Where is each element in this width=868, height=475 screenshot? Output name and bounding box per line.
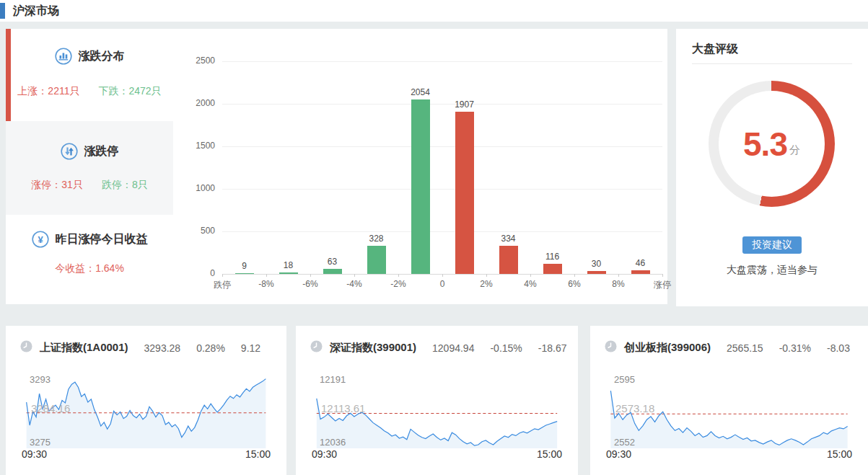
y-axis-tick-label: 500 — [175, 226, 215, 236]
index-header: 深证指数(399001) 12094.94 -0.15% -18.67 — [310, 340, 567, 355]
divider — [692, 63, 852, 64]
index-change-percent: -0.31% — [779, 342, 811, 354]
section-title: 昨日涨停今日收益 — [56, 232, 148, 247]
section-accent-strip — [6, 29, 11, 121]
x-axis-tick-label: -2% — [390, 279, 405, 289]
gridline — [222, 231, 662, 232]
market-dashboard: 沪深市场 涨跌分布 — [0, 0, 868, 475]
x-end-label: 15:00 — [827, 448, 852, 460]
bar — [367, 246, 386, 274]
y-max-label: 2595 — [614, 374, 635, 385]
y-max-label: 3293 — [30, 374, 51, 385]
index-price: 2565.15 — [727, 342, 763, 354]
index-header: 创业板指(399006) 2565.15 -0.31% -8.03 — [605, 340, 850, 355]
bar — [543, 264, 562, 274]
gridline — [222, 104, 662, 105]
bar-value-label: 116 — [545, 252, 559, 262]
x-axis-tick — [618, 274, 619, 277]
x-axis-tick — [662, 274, 663, 277]
bar-value-label: 2054 — [411, 87, 430, 97]
limit-up-count-text: 涨停：31只 — [31, 179, 83, 192]
bar-value-label: 9 — [242, 261, 247, 271]
yuan-icon: ¥ — [32, 231, 49, 248]
x-axis-tick-label: 4% — [524, 279, 536, 289]
bar-value-label: 30 — [592, 259, 601, 269]
bar — [279, 272, 298, 274]
y-min-label: 12036 — [320, 437, 346, 448]
section-title: 涨跌停 — [84, 144, 119, 159]
bar-value-label: 18 — [284, 260, 293, 270]
x-axis-tick — [354, 274, 355, 277]
x-end-label: 15:00 — [537, 448, 562, 460]
gridline — [222, 61, 662, 62]
header-accent-bar — [0, 3, 5, 19]
y-axis-tick-label: 1500 — [175, 141, 215, 151]
stats-section-yesterday-limit-return: ¥ 昨日涨停今日收益 今收益：1.64% — [6, 215, 173, 304]
x-start-label: 09:30 — [606, 448, 631, 460]
x-axis-tick — [530, 274, 531, 277]
bar — [235, 273, 254, 274]
gridline — [222, 146, 662, 147]
bar — [631, 270, 650, 274]
y-axis-tick-label: 2000 — [175, 98, 215, 108]
clock-icon — [20, 340, 32, 355]
index-card-shenzhen: 深证指数(399001) 12094.94 -0.15% -18.67 1219… — [296, 326, 578, 475]
page-header: 沪深市场 — [0, 0, 868, 22]
bar — [455, 112, 474, 274]
prev-close-label: 12113.61 — [321, 402, 365, 414]
market-overview-card: 涨跌分布 上涨：2211只 下跌：2472只 涨跌停 — [6, 29, 667, 304]
x-axis-tick-label: 2% — [480, 279, 492, 289]
up-down-arrows-icon — [61, 143, 78, 160]
index-name: 创业板指(399006) — [624, 341, 711, 355]
index-change-percent: 0.28% — [196, 342, 225, 354]
index-name: 深证指数(399001) — [330, 341, 416, 355]
bar — [323, 269, 342, 274]
x-axis-tick-label: -6% — [302, 279, 317, 289]
market-rating-card: 大盘评级 5.3 分 投资建议 大盘震荡，适当参与 — [676, 29, 868, 306]
distribution-bar-chart[interactable]: 05001000150020002500跌停-8%-6%-4%-2%02%4%6… — [173, 29, 665, 304]
rating-score-unit: 分 — [789, 143, 800, 157]
clock-icon — [310, 340, 323, 355]
x-axis-tick-label: 8% — [612, 279, 624, 289]
clock-icon — [605, 340, 617, 355]
gridline — [222, 189, 662, 190]
x-axis-tick — [486, 274, 487, 277]
investment-advice-button[interactable]: 投资建议 — [742, 236, 802, 254]
x-axis-tick-label: -8% — [258, 279, 273, 289]
bar — [587, 271, 606, 274]
bar-value-label: 328 — [369, 234, 383, 244]
bar-chart-icon — [55, 48, 72, 65]
y-axis-tick-label: 1000 — [175, 183, 215, 193]
index-card-chinext: 创业板指(399006) 2565.15 -0.31% -8.03 2595 2… — [590, 326, 868, 475]
stats-section-limit-updown: 涨跌停 涨停：31只 跌停：8只 — [6, 121, 173, 215]
svg-text:¥: ¥ — [38, 234, 43, 245]
y-axis-tick-label: 0 — [175, 268, 215, 278]
index-card-shanghai: 上证指数(1A0001) 3293.28 0.28% 9.12 3293 328… — [6, 326, 286, 475]
y-min-label: 2552 — [614, 437, 635, 448]
y-axis-tick-label: 2500 — [175, 56, 215, 66]
x-end-label: 15:00 — [245, 448, 271, 460]
today-return-text: 今收益：1.64% — [55, 262, 124, 275]
x-axis-tick — [310, 274, 311, 277]
stats-column: 涨跌分布 上涨：2211只 下跌：2472只 涨跌停 — [6, 29, 173, 304]
index-change-amount: -18.67 — [538, 342, 567, 354]
y-max-label: 12191 — [320, 374, 346, 385]
rating-title: 大盘评级 — [692, 42, 738, 57]
limit-down-count-text: 跌停：8只 — [102, 179, 148, 192]
bar — [411, 99, 430, 274]
index-price: 3293.28 — [144, 342, 181, 354]
prev-close-label: 3284.16 — [31, 402, 70, 414]
y-min-label: 3275 — [30, 437, 51, 448]
index-change-percent: -0.15% — [490, 342, 522, 354]
x-axis-tick-label: 6% — [568, 279, 580, 289]
stats-section-updown-distribution: 涨跌分布 上涨：2211只 下跌：2472只 — [6, 29, 173, 121]
rating-gauge: 5.3 分 — [709, 81, 835, 207]
x-axis-tick — [266, 274, 267, 277]
x-axis-tick — [574, 274, 575, 277]
index-name: 上证指数(1A0001) — [40, 341, 128, 355]
area-fill — [610, 391, 847, 448]
bar-value-label: 46 — [636, 258, 645, 268]
x-axis-tick-label: -4% — [346, 279, 361, 289]
page-title: 沪深市场 — [13, 4, 59, 19]
prev-close-label: 2573.18 — [615, 402, 654, 414]
